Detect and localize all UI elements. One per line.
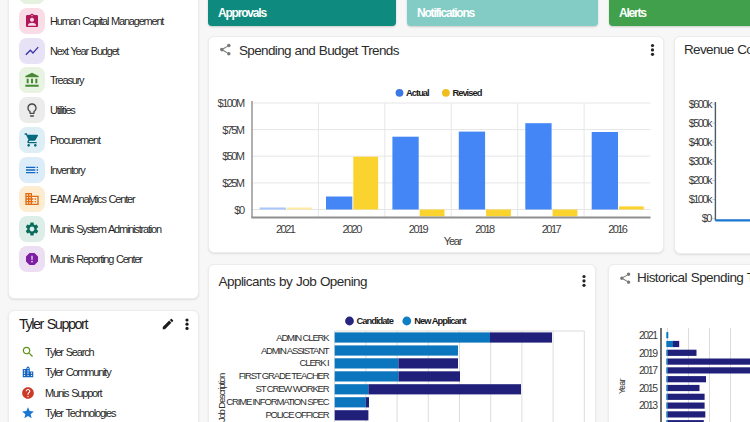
svg-text:2020: 2020 <box>342 223 362 235</box>
svg-text:Revised: Revised <box>452 88 482 98</box>
svg-text:Job Description: Job Description <box>216 373 227 422</box>
svg-text:2016: 2016 <box>608 223 628 235</box>
svg-text:FIRST GRADE TEACHER: FIRST GRADE TEACHER <box>239 370 330 381</box>
svg-text:POLICE OFFICER: POLICE OFFICER <box>265 409 329 420</box>
svg-text:2019: 2019 <box>409 223 429 235</box>
svg-text:$75M: $75M <box>222 124 245 136</box>
svg-text:Year: Year <box>617 378 627 394</box>
svg-text:$0: $0 <box>702 212 713 224</box>
svg-text:$50M: $50M <box>222 150 245 162</box>
svg-text:Historical Spending Trends: Historical Spending Trends <box>637 270 750 285</box>
svg-text:Year: Year <box>444 235 463 247</box>
svg-text:Applicants by Job Opening: Applicants by Job Opening <box>219 274 367 289</box>
svg-text:ST CREW WORKER: ST CREW WORKER <box>256 383 330 394</box>
svg-text:2015: 2015 <box>639 382 658 394</box>
svg-text:Actual: Actual <box>406 88 429 98</box>
svg-text:CRIME INFORMATION SPEC: CRIME INFORMATION SPEC <box>226 396 330 407</box>
svg-text:$0: $0 <box>234 204 245 216</box>
svg-text:2021: 2021 <box>276 223 296 235</box>
svg-text:2019: 2019 <box>639 347 658 359</box>
svg-text:2013: 2013 <box>639 399 658 411</box>
svg-text:$500k: $500k <box>689 117 713 129</box>
svg-text:Spending and Budget Trends: Spending and Budget Trends <box>239 43 400 58</box>
svg-text:$25M: $25M <box>222 177 245 189</box>
svg-text:$600k: $600k <box>689 98 713 110</box>
svg-text:$100k: $100k <box>689 193 713 205</box>
svg-text:2017: 2017 <box>542 223 562 235</box>
svg-text:New Applicant: New Applicant <box>414 316 466 326</box>
svg-text:CLERK I: CLERK I <box>300 357 329 368</box>
svg-text:$100M: $100M <box>218 97 245 109</box>
svg-text:Candidate: Candidate <box>357 316 394 326</box>
svg-text:ADMIN ASSISTANT: ADMIN ASSISTANT <box>261 345 330 356</box>
svg-text:$400k: $400k <box>689 136 713 148</box>
svg-text:2021: 2021 <box>639 329 658 341</box>
svg-text:ADMIN CLERK: ADMIN CLERK <box>276 332 330 343</box>
svg-text:2017: 2017 <box>639 364 658 376</box>
svg-text:$200k: $200k <box>689 174 713 186</box>
svg-text:2018: 2018 <box>475 223 495 235</box>
svg-text:$300k: $300k <box>689 155 713 167</box>
svg-text:Revenue Collections: Revenue Collections <box>684 42 750 57</box>
